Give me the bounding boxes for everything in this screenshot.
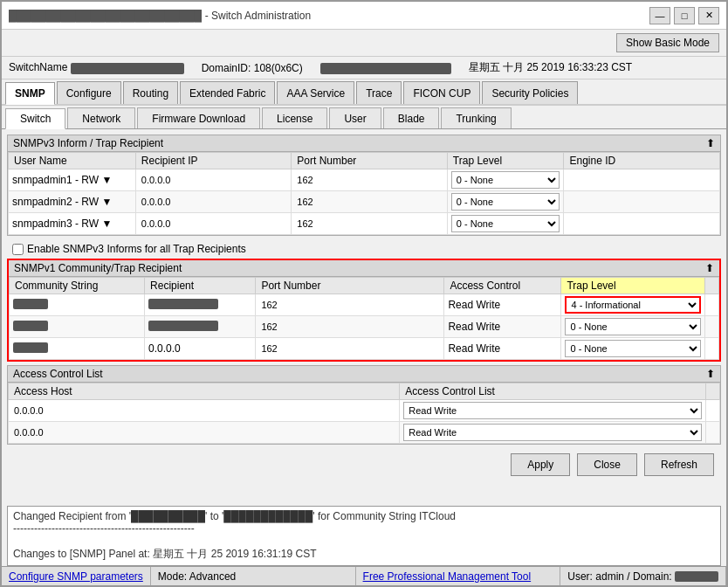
close-button[interactable]: ✕ <box>698 7 719 24</box>
col-trap-level: Trap Level <box>447 153 564 169</box>
cell-recipient-1[interactable] <box>145 294 256 316</box>
cell-engineid-1[interactable] <box>564 169 720 191</box>
cell-port-2[interactable] <box>292 191 448 213</box>
close-button-main[interactable]: Close <box>577 453 637 476</box>
cell-community-1[interactable] <box>10 294 145 316</box>
datetime-value: 星期五 十月 25 2019 16:33:23 CST <box>469 60 632 75</box>
cell-recipient-3[interactable]: 0.0.0.0 <box>145 338 256 360</box>
cell-host-1[interactable] <box>9 400 400 422</box>
subtab-user[interactable]: User <box>329 107 381 128</box>
scroll-col-2 <box>705 316 719 338</box>
cell-engineid-3[interactable] <box>564 213 720 235</box>
cell-port-v1-3[interactable] <box>256 338 444 360</box>
traplevel-v1-select-3[interactable]: 0 - None1 - Critical2 - Error3 - Warning… <box>565 340 701 357</box>
engineid-input-1[interactable] <box>567 174 716 186</box>
table-row: 0.0.0.0 Read Write 0 - None1 - Critical2… <box>10 338 719 360</box>
traplevel-select-1[interactable]: 0 - None1 - Critical2 - Error3 - Warning… <box>451 171 560 189</box>
status-user: User: admin / Domain: <box>560 567 726 585</box>
access-control-content: Access Host Access Control List Read Wri… <box>8 383 720 444</box>
snmpv1-panel-title: SNMPv1 Community/Trap Recipient ⬆ <box>9 260 719 277</box>
engineid-input-2[interactable] <box>567 196 716 208</box>
apply-button[interactable]: Apply <box>511 453 570 476</box>
col-community-string: Community String <box>10 278 145 294</box>
traplevel-select-2[interactable]: 0 - None1 - Critical2 - Error3 - Warning… <box>451 193 560 211</box>
port-input-1[interactable] <box>295 174 443 186</box>
cell-host-2[interactable] <box>9 422 400 444</box>
port-v1-input-3[interactable] <box>259 342 440 355</box>
tab-snmp[interactable]: SNMP <box>5 82 55 105</box>
ip-input-3[interactable] <box>140 218 288 230</box>
sub-tab-bar: Switch Network Firmware Download License… <box>2 106 726 129</box>
cell-community-2[interactable] <box>10 316 145 338</box>
log-line-3 <box>13 535 715 547</box>
col-username: User Name <box>9 153 136 169</box>
cell-ip-1[interactable] <box>135 169 292 191</box>
maximize-button[interactable]: □ <box>674 7 695 24</box>
show-basic-mode-button[interactable]: Show Basic Mode <box>616 33 719 52</box>
cell-ip-2[interactable] <box>135 191 292 213</box>
acl-select-1[interactable]: Read WriteRead OnlyNo Access <box>403 402 702 419</box>
cell-port-v1-1[interactable] <box>256 294 444 316</box>
action-bar: Apply Close Refresh <box>7 448 721 481</box>
cell-port-1[interactable] <box>292 169 448 191</box>
col-access-host: Access Host <box>9 383 400 400</box>
tab-configure[interactable]: Configure <box>57 81 121 104</box>
table-row: Read Write 0 - None1 - Critical2 - Error… <box>10 294 719 316</box>
tab-trace[interactable]: Trace <box>356 81 402 104</box>
port-v1-input-2[interactable] <box>259 321 440 333</box>
switch-info-bar: SwitchName DomainID: 108(0x6C) 星期五 十月 25… <box>2 57 726 79</box>
ip-input-2[interactable] <box>140 196 288 208</box>
cell-community-3[interactable] <box>10 338 145 360</box>
subtab-blade[interactable]: Blade <box>383 107 440 128</box>
cell-engineid-2[interactable] <box>564 191 720 213</box>
host-input-1[interactable] <box>12 404 395 417</box>
status-mode: Mode: Advanced <box>151 567 356 585</box>
tab-routing[interactable]: Routing <box>123 81 178 104</box>
access-control-title: Access Control List ⬆ <box>8 366 720 383</box>
tab-extended-fabric[interactable]: Extended Fabric <box>180 81 275 104</box>
window-controls: — □ ✕ <box>649 7 719 24</box>
subtab-network[interactable]: Network <box>67 107 135 128</box>
ip-input-1[interactable] <box>140 174 288 186</box>
subtab-firmware[interactable]: Firmware Download <box>137 107 260 128</box>
cell-username-3: snmpadmin3 - RW ▼ <box>9 213 136 235</box>
status-tool: Free Professional Management Tool <box>356 567 561 585</box>
access-control-panel: Access Control List ⬆ Access Host Access… <box>7 365 721 445</box>
port-v1-input-1[interactable] <box>259 299 440 311</box>
col-recipient: Recipient <box>145 278 256 294</box>
engineid-input-3[interactable] <box>567 218 716 230</box>
subtab-trunking[interactable]: Trunking <box>441 107 511 128</box>
snmpv1-table: Community String Recipient Port Number A… <box>9 277 719 360</box>
host-input-2[interactable] <box>12 426 395 439</box>
enable-informs-checkbox[interactable] <box>12 244 24 255</box>
cell-traplevel-v1-2: 0 - None1 - Critical2 - Error3 - Warning… <box>561 316 705 338</box>
traplevel-select-3[interactable]: 0 - None1 - Critical2 - Error3 - Warning… <box>451 215 560 232</box>
snmpv3-title-text: SNMPv3 Inform / Trap Recipient <box>13 137 163 149</box>
main-tab-bar: SNMP Configure Routing Extended Fabric A… <box>2 79 726 106</box>
title-prefix: ██████████████████████████ <box>9 10 202 22</box>
tool-link[interactable]: Free Professional Management Tool <box>363 570 532 583</box>
snmpv3-panel: SNMPv3 Inform / Trap Recipient ⬆ User Na… <box>7 135 721 236</box>
table-row: Read Write 0 - None1 - Critical2 - Error… <box>10 316 719 338</box>
minimize-button[interactable]: — <box>649 7 670 24</box>
refresh-button[interactable]: Refresh <box>644 453 714 476</box>
table-row: Read WriteRead OnlyNo Access <box>9 400 720 422</box>
tab-ficon-cup[interactable]: FICON CUP <box>403 81 480 104</box>
col-access-control: Access Control <box>444 278 561 294</box>
acl-select-2[interactable]: Read WriteRead OnlyNo Access <box>403 424 702 441</box>
subtab-license[interactable]: License <box>262 107 327 128</box>
cell-recipient-2[interactable] <box>145 316 256 338</box>
cell-port-3[interactable] <box>292 213 448 235</box>
cell-port-v1-2[interactable] <box>256 316 444 338</box>
cell-ip-3[interactable] <box>135 213 292 235</box>
tab-aaa-service[interactable]: AAA Service <box>277 81 354 104</box>
traplevel-v1-select-1[interactable]: 0 - None1 - Critical2 - Error3 - Warning… <box>565 296 701 314</box>
configure-snmp-link[interactable]: Configure SNMP parameters <box>9 570 143 583</box>
snmpv1-content: Community String Recipient Port Number A… <box>9 277 719 360</box>
col-port-num: Port Number <box>256 278 444 294</box>
tab-security-policies[interactable]: Security Policies <box>482 81 578 104</box>
port-input-2[interactable] <box>295 196 443 208</box>
traplevel-v1-select-2[interactable]: 0 - None1 - Critical2 - Error3 - Warning… <box>565 318 701 335</box>
port-input-3[interactable] <box>295 218 443 230</box>
subtab-switch[interactable]: Switch <box>5 108 65 129</box>
